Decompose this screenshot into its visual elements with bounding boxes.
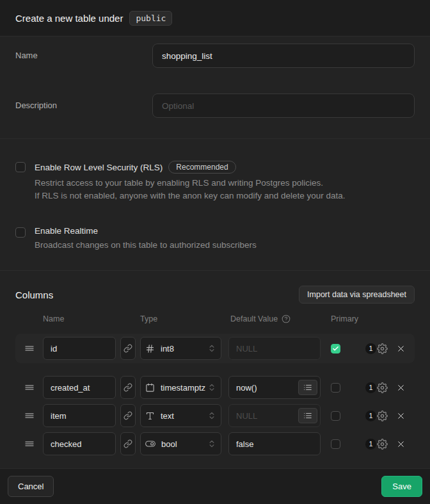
realtime-row: Enable Realtime Broadcast changes on thi… — [15, 226, 415, 252]
column-type-label: text — [161, 411, 207, 421]
gear-icon[interactable] — [377, 343, 388, 354]
remove-column-icon[interactable] — [396, 439, 406, 449]
column-name-input[interactable] — [43, 404, 116, 427]
settings-count-badge: 1 — [365, 411, 376, 421]
toggles-section: Enable Row Level Security (RLS) Recommen… — [0, 139, 430, 271]
column-type-select[interactable]: timestamptz — [140, 376, 221, 399]
default-value-wrap — [228, 432, 321, 455]
column-row: bool1 — [15, 430, 415, 458]
dialog-title: Create a new table under — [15, 13, 123, 24]
primary-checkbox[interactable] — [331, 439, 340, 449]
foreign-key-link-icon[interactable] — [120, 376, 136, 399]
column-name-input[interactable] — [43, 337, 116, 360]
settings-count-badge: 1 — [365, 439, 376, 450]
remove-column-icon[interactable] — [396, 411, 406, 421]
drag-handle-icon[interactable] — [24, 411, 40, 421]
default-value-input[interactable] — [228, 432, 321, 455]
columns-section: Columns Import data via spreadsheet Name… — [0, 271, 430, 468]
realtime-description: Broadcast changes on this table to autho… — [35, 239, 257, 252]
column-row: timestamptz1 — [15, 373, 415, 402]
column-settings-group: 1 — [365, 343, 388, 354]
header-default-value: Default Value — [230, 314, 278, 323]
default-value-input[interactable] — [228, 337, 321, 360]
default-suggestions-icon[interactable] — [298, 408, 317, 423]
calendar-icon — [145, 383, 155, 393]
header-type: Type — [140, 314, 157, 323]
table-name-input[interactable] — [152, 44, 415, 68]
column-type-select[interactable]: bool — [140, 432, 221, 455]
chevrons-up-down-icon — [207, 383, 216, 392]
column-type-select[interactable]: text — [140, 404, 221, 427]
column-type-label: timestamptz — [161, 383, 207, 393]
rls-label: Enable Row Level Security (RLS) — [35, 163, 163, 172]
primary-checkbox[interactable] — [331, 383, 340, 393]
foreign-key-link-icon[interactable] — [120, 337, 136, 360]
description-row: Description — [15, 93, 415, 118]
chevrons-up-down-icon — [207, 344, 216, 353]
name-row: Name — [15, 44, 415, 68]
remove-column-icon[interactable] — [396, 383, 406, 393]
gear-icon[interactable] — [377, 439, 388, 450]
drag-handle-icon[interactable] — [24, 343, 40, 354]
create-table-dialog: Create a new table under public Name Des… — [0, 0, 430, 504]
header-name: Name — [43, 314, 64, 323]
primary-checkbox[interactable] — [331, 411, 340, 421]
rls-row: Enable Row Level Security (RLS) Recommen… — [15, 161, 415, 202]
cancel-button[interactable]: Cancel — [8, 476, 54, 497]
default-value-wrap — [228, 376, 321, 399]
text-icon — [145, 411, 155, 421]
column-type-label: int8 — [161, 344, 207, 354]
chevrons-up-down-icon — [207, 411, 216, 420]
rls-checkbox[interactable] — [15, 162, 26, 172]
remove-column-icon[interactable] — [396, 344, 406, 354]
rls-description-line2: If RLS is not enabled, anyone with the a… — [35, 190, 346, 202]
default-value-wrap — [228, 337, 321, 360]
header-primary: Primary — [331, 314, 358, 323]
rls-description-line1: Restrict access to your table by enablin… — [35, 177, 346, 190]
default-value-wrap — [228, 404, 321, 427]
default-suggestions-icon[interactable] — [298, 380, 317, 395]
column-settings-group: 1 — [365, 411, 388, 421]
toggle-icon — [145, 439, 155, 449]
schema-badge: public — [129, 11, 172, 26]
recommended-badge: Recommended — [168, 161, 235, 174]
settings-count-badge: 1 — [365, 382, 376, 393]
realtime-label: Enable Realtime — [35, 226, 98, 236]
realtime-checkbox[interactable] — [15, 227, 26, 238]
name-label: Name — [15, 44, 152, 60]
save-button[interactable]: Save — [381, 476, 422, 497]
help-icon[interactable] — [282, 314, 291, 323]
drag-handle-icon[interactable] — [24, 439, 40, 449]
column-row: int81 — [15, 334, 415, 363]
column-row: text1 — [15, 402, 415, 430]
dialog-header: Create a new table under public — [0, 0, 430, 37]
gear-icon[interactable] — [377, 382, 388, 393]
hash-icon — [145, 344, 155, 354]
foreign-key-link-icon[interactable] — [120, 432, 136, 455]
columns-title: Columns — [15, 289, 53, 300]
column-name-input[interactable] — [43, 376, 116, 399]
chevrons-up-down-icon — [207, 439, 216, 448]
gear-icon[interactable] — [377, 411, 388, 421]
column-name-input[interactable] — [43, 432, 116, 455]
column-rows: int81timestamptz1text1bool1 — [15, 334, 415, 458]
drag-handle-icon[interactable] — [24, 382, 40, 393]
column-settings-group: 1 — [365, 439, 388, 450]
column-type-label: bool — [161, 439, 207, 449]
column-type-select[interactable]: int8 — [140, 337, 221, 360]
settings-count-badge: 1 — [365, 343, 376, 354]
primary-checkbox[interactable] — [331, 344, 340, 354]
columns-header-row: Name Type Default Value Primary — [15, 314, 415, 323]
basic-info-section: Name Description — [0, 37, 430, 139]
dialog-footer: Cancel Save — [0, 468, 430, 504]
foreign-key-link-icon[interactable] — [120, 404, 136, 427]
column-settings-group: 1 — [365, 382, 388, 393]
import-spreadsheet-button[interactable]: Import data via spreadsheet — [299, 286, 415, 304]
description-label: Description — [15, 93, 152, 110]
table-description-input[interactable] — [152, 93, 415, 118]
